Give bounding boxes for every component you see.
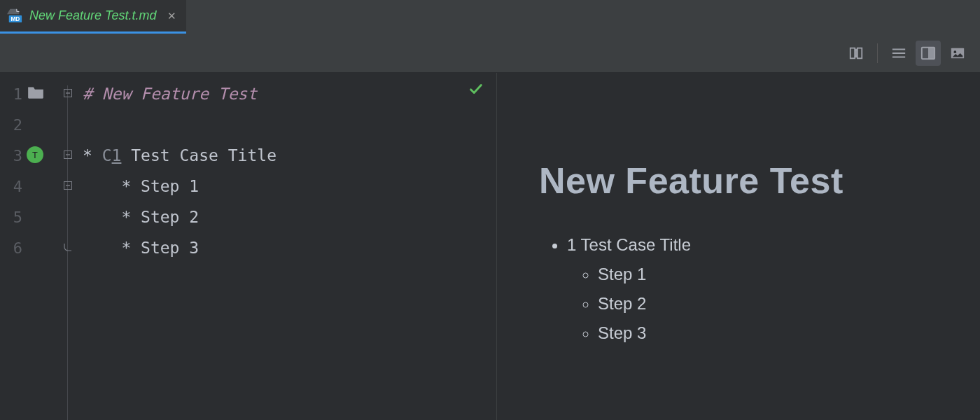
inspection-ok-icon[interactable] [468,81,484,99]
editor-tab[interactable]: MD New Feature Test.t.md ✕ [0,0,186,34]
line-number: 2 [8,116,22,134]
code-line[interactable]: * Step 2 [83,202,468,232]
main-split: 1# New Feature Test23T* C1 Test Case Tit… [0,73,980,420]
test-badge-icon: T [27,146,43,163]
list-item: Step 2 [598,294,949,314]
tab-filename: New Feature Test.t.md [29,8,156,23]
preview-heading: New Feature Test [539,160,949,202]
list-item: Step 3 [598,323,949,343]
view-split-button[interactable] [916,41,941,66]
fold-guide-line [67,85,68,420]
line-number: 1 [8,85,22,103]
code-line[interactable]: * C1 Test Case Title [83,140,468,171]
svg-point-10 [954,50,957,53]
svg-text:MD: MD [10,16,20,22]
line-number: 4 [8,178,22,195]
code-line[interactable]: * Step 3 [83,232,468,263]
editor-pane[interactable]: 1# New Feature Test23T* C1 Test Case Tit… [0,73,497,420]
view-preview-button[interactable] [945,41,970,66]
svg-rect-2 [850,48,855,58]
scroll-sync-button[interactable] [844,41,869,66]
list-item: Step 1 [598,265,949,284]
list-item: 1 Test Case Title Step 1 Step 2 Step 3 [567,235,949,343]
code-line[interactable] [83,109,468,140]
view-source-button[interactable] [886,41,911,66]
line-number: 5 [8,209,22,226]
markdown-file-icon: MD [7,8,22,24]
preview-list: 1 Test Case Title Step 1 Step 2 Step 3 [539,235,949,343]
preview-toolbar [0,34,980,73]
svg-rect-3 [858,48,862,58]
line-number: 6 [8,239,22,257]
close-icon[interactable]: ✕ [167,10,176,22]
list-item-label: 1 Test Case Title [567,235,691,254]
toolbar-separator [877,43,878,63]
tab-bar: MD New Feature Test.t.md ✕ [0,0,980,34]
line-number: 3 [8,147,22,164]
code-line[interactable]: * Step 1 [83,171,468,202]
code-line[interactable]: # New Feature Test [83,78,468,109]
fold-collapse-icon[interactable] [63,88,73,98]
preview-pane: New Feature Test 1 Test Case Title Step … [497,73,980,420]
svg-rect-8 [928,47,934,59]
fold-collapse-icon[interactable] [63,181,73,190]
folder-icon [27,85,45,103]
fold-collapse-icon[interactable] [63,150,73,160]
fold-end-icon [63,242,73,252]
